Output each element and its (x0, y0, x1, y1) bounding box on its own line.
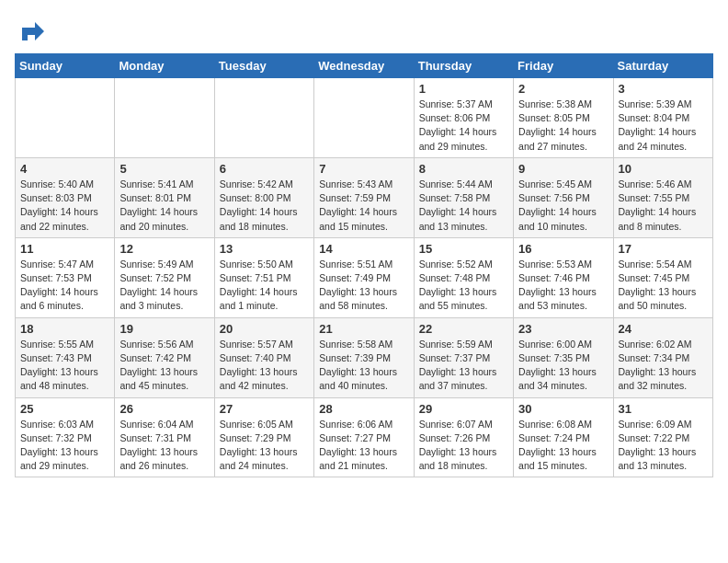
calendar-cell: 5Sunrise: 5:41 AM Sunset: 8:01 PM Daylig… (115, 157, 214, 237)
calendar-cell: 3Sunrise: 5:39 AM Sunset: 8:04 PM Daylig… (613, 78, 712, 158)
calendar-cell: 18Sunrise: 5:55 AM Sunset: 7:43 PM Dayli… (16, 317, 115, 397)
calendar-cell: 30Sunrise: 6:08 AM Sunset: 7:24 PM Dayli… (514, 397, 613, 477)
day-info: Sunrise: 5:54 AM Sunset: 7:45 PM Dayligh… (619, 258, 708, 314)
day-info: Sunrise: 5:41 AM Sunset: 8:01 PM Dayligh… (119, 178, 209, 234)
day-number: 5 (119, 162, 209, 176)
day-info: Sunrise: 5:51 AM Sunset: 7:49 PM Dayligh… (319, 258, 408, 314)
logo (15, 15, 51, 48)
day-number: 2 (518, 82, 608, 96)
day-number: 6 (220, 162, 309, 176)
day-number: 22 (419, 322, 508, 336)
day-number: 12 (119, 242, 209, 256)
day-info: Sunrise: 5:47 AM Sunset: 7:53 PM Dayligh… (20, 258, 109, 314)
day-number: 30 (518, 402, 608, 416)
day-number: 16 (518, 242, 608, 256)
calendar-cell (16, 78, 115, 158)
calendar-cell: 6Sunrise: 5:42 AM Sunset: 8:00 PM Daylig… (214, 157, 313, 237)
day-info: Sunrise: 6:08 AM Sunset: 7:24 PM Dayligh… (518, 418, 608, 474)
day-number: 7 (319, 162, 408, 176)
day-number: 24 (619, 322, 708, 336)
day-number: 19 (119, 322, 209, 336)
day-number: 14 (319, 242, 408, 256)
day-info: Sunrise: 5:45 AM Sunset: 7:56 PM Dayligh… (518, 178, 608, 234)
day-info: Sunrise: 5:56 AM Sunset: 7:42 PM Dayligh… (119, 338, 209, 394)
calendar-cell: 11Sunrise: 5:47 AM Sunset: 7:53 PM Dayli… (16, 237, 115, 317)
calendar-cell: 2Sunrise: 5:38 AM Sunset: 8:05 PM Daylig… (514, 78, 613, 158)
calendar-cell: 23Sunrise: 6:00 AM Sunset: 7:35 PM Dayli… (514, 317, 613, 397)
day-number: 8 (419, 162, 508, 176)
day-number: 15 (419, 242, 508, 256)
calendar-cell (314, 78, 414, 158)
calendar-cell: 1Sunrise: 5:37 AM Sunset: 8:06 PM Daylig… (414, 78, 513, 158)
weekday-header-thursday: Thursday (414, 54, 513, 78)
day-info: Sunrise: 5:43 AM Sunset: 7:59 PM Dayligh… (319, 178, 408, 234)
day-number: 1 (419, 82, 508, 96)
day-number: 21 (319, 322, 408, 336)
day-info: Sunrise: 5:38 AM Sunset: 8:05 PM Dayligh… (518, 98, 608, 154)
weekday-header-row: SundayMondayTuesdayWednesdayThursdayFrid… (16, 54, 713, 78)
calendar-week-row: 18Sunrise: 5:55 AM Sunset: 7:43 PM Dayli… (16, 317, 713, 397)
day-number: 3 (619, 82, 708, 96)
weekday-header-sunday: Sunday (16, 54, 115, 78)
calendar-cell: 10Sunrise: 5:46 AM Sunset: 7:55 PM Dayli… (613, 157, 712, 237)
calendar-cell: 12Sunrise: 5:49 AM Sunset: 7:52 PM Dayli… (115, 237, 214, 317)
calendar-week-row: 11Sunrise: 5:47 AM Sunset: 7:53 PM Dayli… (16, 237, 713, 317)
day-info: Sunrise: 5:55 AM Sunset: 7:43 PM Dayligh… (20, 338, 109, 394)
calendar-cell: 8Sunrise: 5:44 AM Sunset: 7:58 PM Daylig… (414, 157, 513, 237)
calendar-cell: 28Sunrise: 6:06 AM Sunset: 7:27 PM Dayli… (314, 397, 414, 477)
day-info: Sunrise: 5:37 AM Sunset: 8:06 PM Dayligh… (419, 98, 508, 154)
calendar-cell: 29Sunrise: 6:07 AM Sunset: 7:26 PM Dayli… (414, 397, 513, 477)
day-info: Sunrise: 6:02 AM Sunset: 7:34 PM Dayligh… (619, 338, 708, 394)
day-info: Sunrise: 5:53 AM Sunset: 7:46 PM Dayligh… (518, 258, 608, 314)
day-number: 29 (419, 402, 508, 416)
day-info: Sunrise: 5:59 AM Sunset: 7:37 PM Dayligh… (419, 338, 508, 394)
calendar-cell: 20Sunrise: 5:57 AM Sunset: 7:40 PM Dayli… (214, 317, 313, 397)
day-number: 13 (220, 242, 309, 256)
calendar-week-row: 25Sunrise: 6:03 AM Sunset: 7:32 PM Dayli… (16, 397, 713, 477)
calendar-week-row: 4Sunrise: 5:40 AM Sunset: 8:03 PM Daylig… (16, 157, 713, 237)
day-number: 17 (619, 242, 708, 256)
day-info: Sunrise: 6:04 AM Sunset: 7:31 PM Dayligh… (119, 418, 209, 474)
calendar-cell: 16Sunrise: 5:53 AM Sunset: 7:46 PM Dayli… (514, 237, 613, 317)
calendar-cell: 19Sunrise: 5:56 AM Sunset: 7:42 PM Dayli… (115, 317, 214, 397)
day-number: 23 (518, 322, 608, 336)
day-info: Sunrise: 6:03 AM Sunset: 7:32 PM Dayligh… (20, 418, 109, 474)
day-number: 10 (619, 162, 708, 176)
day-info: Sunrise: 6:00 AM Sunset: 7:35 PM Dayligh… (518, 338, 608, 394)
day-info: Sunrise: 5:58 AM Sunset: 7:39 PM Dayligh… (319, 338, 408, 394)
calendar-cell: 15Sunrise: 5:52 AM Sunset: 7:48 PM Dayli… (414, 237, 513, 317)
calendar-cell: 7Sunrise: 5:43 AM Sunset: 7:59 PM Daylig… (314, 157, 414, 237)
calendar-cell: 31Sunrise: 6:09 AM Sunset: 7:22 PM Dayli… (613, 397, 712, 477)
weekday-header-saturday: Saturday (613, 54, 712, 78)
calendar-cell: 24Sunrise: 6:02 AM Sunset: 7:34 PM Dayli… (613, 317, 712, 397)
day-number: 26 (119, 402, 209, 416)
day-number: 11 (20, 242, 109, 256)
day-number: 27 (220, 402, 309, 416)
calendar-cell: 13Sunrise: 5:50 AM Sunset: 7:51 PM Dayli… (214, 237, 313, 317)
calendar-week-row: 1Sunrise: 5:37 AM Sunset: 8:06 PM Daylig… (16, 78, 713, 158)
day-info: Sunrise: 5:40 AM Sunset: 8:03 PM Dayligh… (20, 178, 109, 234)
weekday-header-monday: Monday (115, 54, 214, 78)
calendar-cell: 17Sunrise: 5:54 AM Sunset: 7:45 PM Dayli… (613, 237, 712, 317)
day-number: 4 (20, 162, 109, 176)
calendar-cell: 22Sunrise: 5:59 AM Sunset: 7:37 PM Dayli… (414, 317, 513, 397)
calendar-cell: 9Sunrise: 5:45 AM Sunset: 7:56 PM Daylig… (514, 157, 613, 237)
day-info: Sunrise: 5:57 AM Sunset: 7:40 PM Dayligh… (220, 338, 309, 394)
day-number: 9 (518, 162, 608, 176)
day-info: Sunrise: 6:09 AM Sunset: 7:22 PM Dayligh… (619, 418, 708, 474)
calendar-cell: 26Sunrise: 6:04 AM Sunset: 7:31 PM Dayli… (115, 397, 214, 477)
calendar-cell: 4Sunrise: 5:40 AM Sunset: 8:03 PM Daylig… (16, 157, 115, 237)
calendar-cell: 25Sunrise: 6:03 AM Sunset: 7:32 PM Dayli… (16, 397, 115, 477)
day-number: 18 (20, 322, 109, 336)
day-number: 28 (319, 402, 408, 416)
header (15, 9, 713, 48)
day-info: Sunrise: 5:39 AM Sunset: 8:04 PM Dayligh… (619, 98, 708, 154)
weekday-header-friday: Friday (514, 54, 613, 78)
day-info: Sunrise: 5:50 AM Sunset: 7:51 PM Dayligh… (220, 258, 309, 314)
calendar-cell: 14Sunrise: 5:51 AM Sunset: 7:49 PM Dayli… (314, 237, 414, 317)
weekday-header-tuesday: Tuesday (214, 54, 313, 78)
calendar-cell (115, 78, 214, 158)
day-number: 25 (20, 402, 109, 416)
day-info: Sunrise: 5:52 AM Sunset: 7:48 PM Dayligh… (419, 258, 508, 314)
day-info: Sunrise: 5:46 AM Sunset: 7:55 PM Dayligh… (619, 178, 708, 234)
